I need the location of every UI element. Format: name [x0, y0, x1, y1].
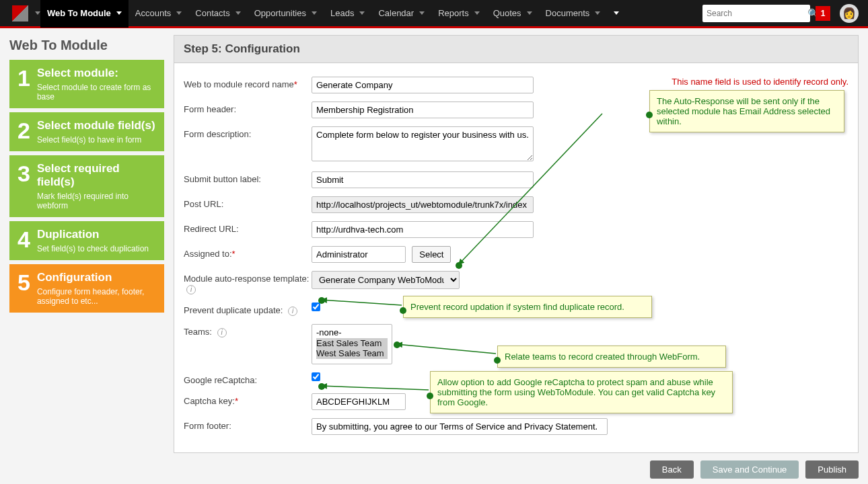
wizard-steps: 1Select module:Select module to create f… [9, 60, 164, 313]
nav-item-contacts[interactable]: Contacts [188, 0, 247, 28]
prevent-dup-checkbox[interactable] [312, 302, 320, 311]
label-form-description: Form description: [184, 126, 312, 139]
nav-item-web-to-module[interactable]: Web To Module [40, 0, 129, 28]
label-captcha-key: Captcha key:* [184, 393, 312, 406]
label-prevent-dup: Prevent duplicate update: i [184, 302, 312, 316]
panel-body: Web to module record name* This name fie… [174, 63, 859, 453]
top-nav: Web To ModuleAccountsContactsOpportuniti… [0, 0, 868, 28]
assigned-to-input[interactable] [312, 246, 406, 263]
page-title: Web To Module [9, 38, 164, 53]
nav-item-quotes[interactable]: Quotes [486, 0, 539, 28]
submit-label-input[interactable] [312, 171, 534, 188]
nav-more-icon[interactable] [614, 11, 619, 15]
wizard-step-5[interactable]: 5ConfigurationConfigure form header, foo… [9, 264, 164, 313]
nav-item-accounts[interactable]: Accounts [129, 0, 188, 28]
nav-item-opportunities[interactable]: Opportunities [248, 0, 324, 28]
form-header-input[interactable] [312, 102, 534, 118]
label-post-url: Post URL: [184, 196, 312, 209]
label-auto-response: Module auto-response template: i [184, 271, 312, 294]
info-icon[interactable]: i [288, 307, 297, 316]
nav-item-leads[interactable]: Leads [324, 0, 371, 28]
search-box[interactable]: 🔍 [702, 5, 810, 22]
chevron-down-icon [359, 11, 365, 15]
teams-select[interactable]: -none-East Sales TeamWest Sales Team [312, 324, 392, 364]
app-logo-icon[interactable] [12, 5, 28, 22]
chevron-down-icon [116, 11, 122, 15]
chevron-down-icon [236, 11, 241, 15]
avatar[interactable]: 👩 [840, 4, 859, 23]
chevron-down-icon [474, 11, 480, 15]
chevron-down-icon [312, 11, 317, 15]
record-name-input[interactable] [312, 77, 534, 93]
chevron-down-icon [419, 11, 425, 15]
chevron-down-icon [527, 11, 532, 15]
chevron-down-icon [176, 11, 182, 15]
label-submit: Submit button label: [184, 171, 312, 184]
assigned-to-select-button[interactable]: Select [412, 246, 451, 263]
callout-auto-response: The Auto-Response will be sent only if t… [649, 90, 844, 132]
label-assigned-to: Assigned to:* [184, 246, 312, 259]
wizard-step-3[interactable]: 3Select required field(s)Mark field(s) r… [9, 155, 164, 217]
search-input[interactable] [707, 9, 807, 18]
nav-item-documents[interactable]: Documents [539, 0, 608, 28]
callout-prevent-dup: Prevent record updation if system find d… [403, 296, 652, 318]
info-icon[interactable]: i [217, 328, 227, 337]
callout-teams: Relate teams to record created through W… [497, 346, 726, 368]
form-description-input[interactable]: Complete form below to register your bus… [312, 126, 534, 161]
label-recaptcha: Google reCaptcha: [184, 372, 312, 385]
nav-item-reports[interactable]: Reports [431, 0, 486, 28]
wizard-step-2[interactable]: 2Select module field(s)Select field(s) t… [9, 112, 164, 151]
record-name-hint: This name field is used to identify reco… [672, 77, 848, 87]
captcha-key-input[interactable] [312, 393, 406, 410]
post-url-input [312, 196, 534, 213]
wizard-step-1[interactable]: 1Select module:Select module to create f… [9, 60, 164, 108]
callout-recaptcha: Allow option to add Google reCaptcha to … [430, 371, 733, 413]
nav-item-calendar[interactable]: Calendar [371, 0, 431, 28]
wizard-step-4[interactable]: 4DuplicationSet field(s) to check duplic… [9, 221, 164, 260]
info-icon[interactable]: i [186, 285, 196, 294]
label-form-footer: Form footer: [184, 418, 312, 431]
label-record-name: Web to module record name* [184, 77, 312, 89]
recaptcha-checkbox[interactable] [312, 372, 320, 381]
label-redirect-url: Redirect URL: [184, 221, 312, 234]
auto-response-select[interactable]: Generate Company WebToModule [312, 271, 460, 289]
logo-dropdown-icon[interactable] [35, 11, 40, 15]
form-footer-input[interactable] [312, 418, 608, 435]
label-teams: Teams: i [184, 324, 312, 337]
chevron-down-icon [595, 11, 600, 15]
panel-heading: Step 5: Configuration [174, 35, 859, 63]
notification-badge[interactable]: 1 [816, 6, 830, 21]
redirect-url-input[interactable] [312, 221, 534, 238]
label-form-header: Form header: [184, 102, 312, 114]
